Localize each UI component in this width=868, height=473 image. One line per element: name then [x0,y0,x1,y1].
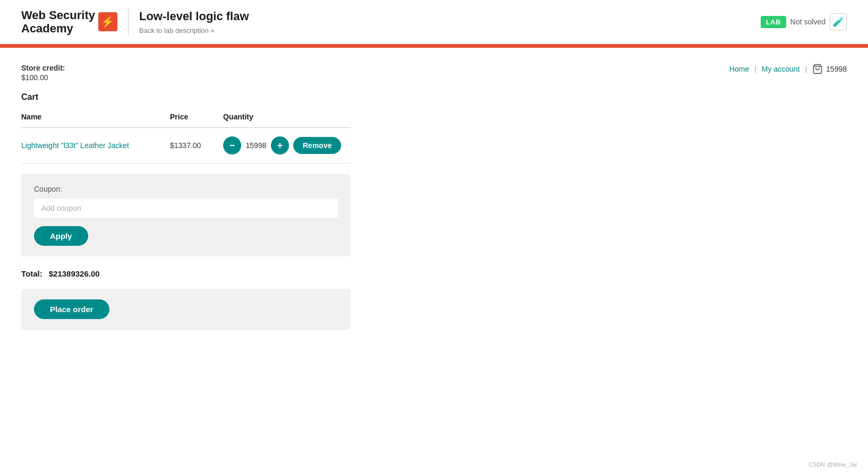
lab-info: Low-level logic flaw Back to lab descrip… [139,10,761,35]
nav-sep-2: | [805,65,807,73]
main-content: Home | My account | 15998 Store credit: … [0,48,868,346]
store-credit-section: Store credit: $100.00 [21,64,847,82]
flask-icon[interactable]: 🧪 [830,13,847,30]
product-price: $1337.00 [170,141,201,150]
place-order-button[interactable]: Place order [34,299,109,319]
product-link[interactable]: Lightweight "l33t" Leather Jacket [21,141,129,150]
home-link[interactable]: Home [729,65,749,73]
apply-button[interactable]: Apply [34,226,88,246]
lab-solved-status: Not solved [790,18,826,26]
total-label: Total: [21,269,42,278]
increase-qty-button[interactable]: + [271,136,289,154]
col-price: Price [170,113,223,128]
cart-count: 15998 [826,65,847,73]
logo-icon: ⚡ [98,12,117,31]
cart-table: Name Price Quantity Lightweight "l33t" L… [21,113,351,164]
store-credit-value: $100.00 [21,73,847,82]
total-row: Total: $21389326.00 [21,269,847,278]
quantity-controls: − 15998 + Remove [223,136,351,154]
header-divider [128,8,129,35]
table-row: Lightweight "l33t" Leather Jacket $1337.… [21,127,351,163]
coupon-input[interactable] [34,199,338,218]
decrease-qty-button[interactable]: − [223,136,241,154]
lab-title: Low-level logic flaw [139,10,761,23]
lab-status: LAB Not solved 🧪 [761,13,847,30]
store-credit-label: Store credit: [21,64,847,72]
place-order-section: Place order [21,289,351,330]
top-right-nav: Home | My account | 15998 [729,64,847,74]
coupon-section: Coupon: Apply [21,174,351,256]
cart-area[interactable]: 15998 [812,64,847,74]
top-header: Web Security Academy ⚡ Low-level logic f… [0,0,868,46]
cart-heading: Cart [21,92,847,102]
logo: Web Security Academy ⚡ [21,8,117,36]
back-link[interactable]: Back to lab description » [139,27,761,35]
coupon-label: Coupon: [34,185,338,193]
remove-button[interactable]: Remove [293,137,341,154]
total-value: $21389326.00 [49,269,100,278]
lab-badge: LAB [761,16,786,28]
col-name: Name [21,113,170,128]
my-account-link[interactable]: My account [762,65,800,73]
cart-icon [812,64,823,74]
logo-text: Web Security Academy [21,8,95,36]
quantity-value: 15998 [245,141,267,150]
nav-sep-1: | [754,65,756,73]
col-quantity: Quantity [223,113,351,128]
